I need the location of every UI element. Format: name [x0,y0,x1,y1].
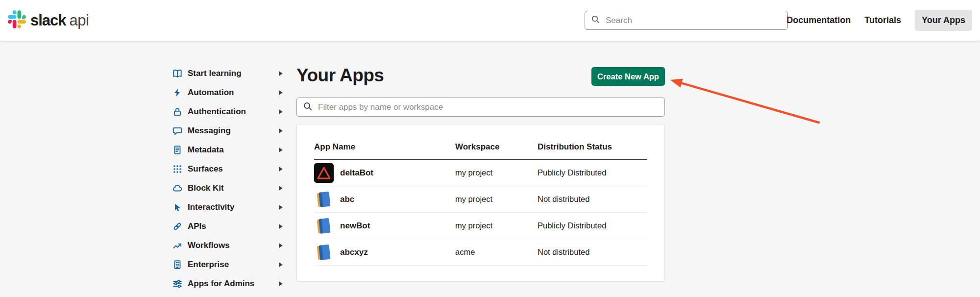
app-name: abcxyz [340,248,368,257]
cursor-icon [172,202,183,213]
grid-icon [172,164,183,174]
sidebar-item-apps-for-admins[interactable]: Apps for Admins [172,274,287,293]
table-row-newbot[interactable]: newBot my project Publicly Distributed [314,213,647,239]
chevron-right-icon[interactable] [279,224,283,229]
sidebar-item-automation[interactable]: Automation [172,83,287,102]
app-name: newBot [340,221,370,231]
chevron-right-icon[interactable] [279,90,283,95]
nav-documentation[interactable]: Documentation [786,15,851,25]
nav-your-apps[interactable]: Your Apps [915,10,972,31]
default-app-icon [314,216,334,236]
nav-tutorials[interactable]: Tutorials [864,15,901,25]
app-name-cell: deltaBot [314,163,455,183]
brand-suffix: api [70,12,89,29]
workspace-cell: my project [455,221,538,230]
app-name-cell: newBot [314,216,455,236]
workspace-cell: acme [455,248,538,257]
status-cell: Not distributed [538,248,647,257]
sidebar-item-label: APIs [188,222,206,231]
page-title: Your Apps [296,65,384,86]
note-icon [172,145,183,155]
sidebar-item-apis[interactable]: APIs [172,217,287,236]
sidebar-item-enterprise[interactable]: Enterprise [172,255,287,274]
chevron-right-icon[interactable] [279,71,283,76]
search-icon [591,15,600,26]
chevron-right-icon[interactable] [279,128,283,133]
sidebar-item-messaging[interactable]: Messaging [172,121,287,140]
status-cell: Publicly Distributed [538,221,647,230]
chevron-right-icon[interactable] [279,167,283,172]
apps-table-card: App Name Workspace Distribution Status d… [296,124,665,282]
table-row-abcxyz[interactable]: abcxyz acme Not distributed [314,239,647,266]
sidebar-item-start-learning[interactable]: Start learning [172,64,287,83]
slack-api-logo[interactable]: slack api [8,0,89,41]
sidebar-item-label: Surfaces [188,164,223,174]
filter-apps-input[interactable] [317,102,659,113]
chevron-right-icon[interactable] [279,148,283,152]
lock-icon [172,106,183,117]
sidebar-item-block-kit[interactable]: Block Kit [172,178,287,198]
message-icon [172,125,183,136]
default-app-icon [314,190,334,209]
book-icon [172,68,183,79]
deltabot-app-icon [314,163,334,183]
apps-table-header: App Name Workspace Distribution Status [314,124,647,160]
sidebar-item-label: Start learning [188,69,242,78]
chevron-right-icon[interactable] [279,243,283,248]
chevron-right-icon[interactable] [279,262,283,267]
link-icon [172,221,183,232]
sidebar-item-metadata[interactable]: Metadata [172,140,287,159]
app-name-cell: abc [314,190,455,209]
sidebar-item-label: Metadata [188,145,224,155]
sidebar-item-interactivity[interactable]: Interactivity [172,198,287,217]
sidebar-item-label: Authentication [188,107,246,117]
sidebar-item-authentication[interactable]: Authentication [172,102,287,121]
sidebar-item-workflows[interactable]: Workflows [172,236,287,255]
status-cell: Not distributed [538,195,647,204]
sidebar-item-label: Apps for Admins [188,279,254,289]
sidebar-item-label: Messaging [188,126,231,136]
default-app-icon [314,243,334,262]
workspace-cell: my project [455,195,538,204]
column-header-app-name: App Name [314,142,455,152]
cloud-icon [172,183,183,194]
chevron-right-icon[interactable] [279,281,283,286]
create-new-app-button[interactable]: Create New App [591,67,665,86]
column-header-distribution-status: Distribution Status [538,142,647,152]
docs-sidebar: Start learning Automation Authentication… [172,64,287,293]
filter-apps-box [296,98,665,117]
lightning-icon [172,87,183,98]
sidebar-item-label: Block Kit [188,183,224,193]
header-search [585,11,788,30]
app-name: deltaBot [340,168,373,178]
app-name-cell: abcxyz [314,243,455,262]
workspace-cell: my project [455,168,538,177]
sidebar-item-surfaces[interactable]: Surfaces [172,159,287,178]
search-input[interactable] [605,15,782,26]
status-cell: Publicly Distributed [538,168,647,177]
sliders-icon [172,278,183,289]
app-name: abc [340,195,354,204]
sidebar-item-label: Enterprise [188,260,229,270]
column-header-workspace: Workspace [455,142,538,152]
brand-name: slack [30,12,66,29]
header-nav: Documentation Tutorials Your Apps [786,0,972,41]
sidebar-item-label: Workflows [188,241,230,250]
slack-logo-icon [8,10,26,30]
sidebar-item-label: Automation [188,88,234,98]
search-icon [303,101,313,113]
chevron-right-icon[interactable] [279,205,283,210]
top-header: slack api Documentation Tutorials Your A… [0,0,980,41]
table-row-deltabot[interactable]: deltaBot my project Publicly Distributed [314,160,647,186]
chevron-right-icon[interactable] [279,186,283,191]
workflow-icon [172,240,183,251]
table-row-abc[interactable]: abc my project Not distributed [314,186,647,213]
sidebar-item-label: Interactivity [188,202,234,212]
chevron-right-icon[interactable] [279,109,283,114]
building-icon [172,259,183,270]
